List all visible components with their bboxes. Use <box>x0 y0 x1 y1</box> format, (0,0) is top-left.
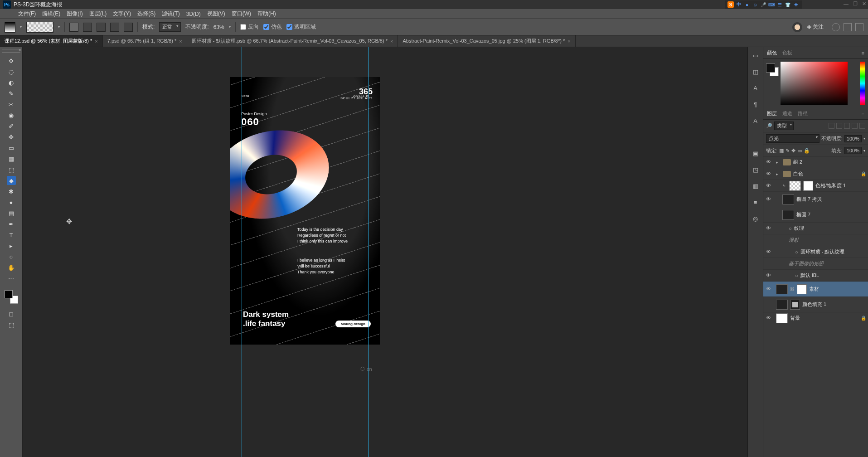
guide-vertical[interactable] <box>369 47 369 457</box>
layer-row[interactable]: 👁⛓素材 <box>763 282 868 297</box>
filter-type-icon[interactable] <box>844 123 850 129</box>
mode-dropdown[interactable]: 正常 <box>159 22 181 32</box>
healing-tool[interactable]: ✐ <box>7 122 16 131</box>
close-icon[interactable]: × <box>95 39 97 44</box>
dither-checkbox[interactable] <box>263 24 269 30</box>
gradient-diamond-icon[interactable] <box>124 23 133 32</box>
layer-name[interactable]: 圆环材质 - 默认纹理 <box>800 248 845 255</box>
toolbox-handle[interactable] <box>2 49 20 53</box>
tab-layers[interactable]: 图层 <box>767 110 777 117</box>
tab-paths[interactable]: 路径 <box>798 110 808 117</box>
stamp-tool[interactable]: ▭ <box>7 143 16 152</box>
mini-icon-2[interactable]: A <box>751 83 760 92</box>
doc-tab-1[interactable]: 7.psd @ 66.7% (组 1, RGB/8) *× <box>103 35 187 47</box>
layer-name[interactable]: 椭圆 7 拷贝 <box>796 196 822 203</box>
menu-edit[interactable]: 编辑(E) <box>42 10 60 18</box>
reverse-checkbox[interactable] <box>240 24 246 30</box>
mini-icon-8[interactable]: ≡ <box>751 198 760 207</box>
ind-7[interactable]: ✚ <box>793 1 799 8</box>
layer-row[interactable]: 👁○纹理 <box>763 223 868 234</box>
ind-5[interactable]: ☰ <box>776 1 783 8</box>
opacity-value[interactable]: 63% <box>213 24 224 30</box>
doc-tab-2[interactable]: 圆环材质 - 默认纹理.psb @ 66.7% (Abstract-Paint-… <box>187 35 398 47</box>
zoom-tool[interactable]: ✋ <box>7 263 16 272</box>
lock-icon[interactable]: 🔒 <box>861 171 866 176</box>
screen-mode-icon[interactable]: ⬚ <box>7 320 16 329</box>
gradient-angle-icon[interactable] <box>97 23 106 32</box>
dodge-tool[interactable]: ● <box>7 198 16 207</box>
layer-row[interactable]: 👁⤷色相/饱和度 1 <box>763 180 868 192</box>
visibility-toggle[interactable]: 👁 <box>765 249 771 255</box>
path-select-tool[interactable]: T <box>7 230 16 239</box>
sogou-icon[interactable]: S <box>727 1 734 8</box>
layer-mask-thumb[interactable] <box>797 284 807 294</box>
ind-6[interactable]: 👕 <box>785 1 791 8</box>
close-button[interactable]: ✕ <box>862 1 866 7</box>
filter-pixel-icon[interactable] <box>829 123 834 129</box>
gradient-preview[interactable] <box>26 22 53 33</box>
move-tool[interactable]: ✥ <box>7 56 16 65</box>
gradient-reflected-icon[interactable] <box>110 23 119 32</box>
visibility-toggle[interactable]: 👁 <box>765 315 771 321</box>
menu-type[interactable]: 文字(Y) <box>113 10 131 18</box>
fg-swatch[interactable] <box>766 63 775 73</box>
panel-menu-icon[interactable]: ≡ <box>862 50 864 56</box>
menu-window[interactable]: 窗口(W) <box>232 10 251 18</box>
layer-row[interactable]: 👁○默认 IBL <box>763 270 868 282</box>
blur-tool[interactable]: ✱ <box>7 187 16 196</box>
doc-tab-3[interactable]: Abstract-Paint-Remix_Vol-03_Cavazos_05.j… <box>398 35 575 47</box>
search-icon[interactable]: 🔎 <box>766 123 772 129</box>
ind-2[interactable]: ☺ <box>752 1 758 8</box>
hand-tool[interactable]: ○ <box>7 252 16 261</box>
type-tool[interactable]: ✒ <box>7 219 16 228</box>
ime-indicator-bar[interactable]: S 中 ● ☺ 🎤 ⌨ ☰ 👕 ✚ <box>725 0 802 9</box>
lock-icon[interactable]: 🔒 <box>861 316 866 321</box>
lock-all-icon[interactable]: 🔒 <box>804 148 810 154</box>
fg-color-swatch[interactable] <box>5 290 13 298</box>
ind-3[interactable]: 🎤 <box>760 1 766 8</box>
ind-0[interactable]: 中 <box>736 1 742 8</box>
search-icon[interactable] <box>832 23 840 31</box>
layer-row[interactable]: 👁背景🔒 <box>763 312 868 324</box>
marquee-tool[interactable]: ◌ <box>7 67 16 76</box>
minimize-button[interactable]: — <box>844 1 849 7</box>
layer-name[interactable]: 椭圆 7 <box>796 211 810 218</box>
menu-help[interactable]: 帮助(H) <box>257 10 276 18</box>
visibility-toggle[interactable]: 👁 <box>765 183 771 189</box>
mini-icon-3[interactable]: ¶ <box>751 100 760 109</box>
layer-name[interactable]: 色相/饱和度 1 <box>815 182 846 189</box>
mini-icon-7[interactable]: ▥ <box>751 181 760 190</box>
layer-mask-thumb[interactable] <box>803 181 813 191</box>
gradient-dropdown[interactable]: ▾ <box>58 25 60 29</box>
shape-tool[interactable]: ▸ <box>7 241 16 250</box>
layer-name[interactable]: 背景 <box>790 315 800 321</box>
maximize-button[interactable]: ❐ <box>853 1 858 7</box>
gradient-radial-icon[interactable] <box>83 23 92 32</box>
layer-row[interactable]: 👁椭圆 7 拷贝 <box>763 192 868 207</box>
visibility-toggle[interactable]: 👁 <box>765 225 771 232</box>
visibility-toggle[interactable] <box>765 212 771 218</box>
blend-mode-dropdown[interactable]: 点光 <box>766 134 820 143</box>
visibility-toggle[interactable]: 👁 <box>765 159 771 165</box>
doc-tab-0[interactable]: 课程12.psd @ 56% (素材, 图层蒙版/8) *× <box>0 35 103 47</box>
visibility-toggle[interactable]: 👁 <box>765 286 771 292</box>
visibility-toggle[interactable] <box>765 261 771 267</box>
mini-icon-6[interactable]: ◳ <box>751 165 760 174</box>
follow-button[interactable]: ✚关注 <box>807 23 824 31</box>
mini-icon-0[interactable]: ▭ <box>751 51 760 60</box>
disclosure-icon[interactable]: ▸ <box>776 172 781 176</box>
menu-3d[interactable]: 3D(D) <box>186 11 201 17</box>
pen-tool[interactable]: ▤ <box>7 209 16 218</box>
eraser-tool[interactable]: ⬚ <box>7 165 16 174</box>
ind-1[interactable]: ● <box>744 1 750 8</box>
layer-list[interactable]: 👁▸组 2👁▸白色🔒👁⤷色相/饱和度 1👁椭圆 7 拷贝椭圆 7👁○纹理漫射👁○… <box>763 156 868 457</box>
layer-row[interactable]: 漫射 <box>763 234 868 246</box>
layer-mask-thumb[interactable] <box>790 300 800 310</box>
history-brush-tool[interactable]: ▦ <box>7 154 16 163</box>
gradient-linear-icon[interactable] <box>69 23 78 32</box>
visibility-toggle[interactable] <box>765 301 771 308</box>
mini-icon-4[interactable]: A <box>751 116 760 125</box>
mini-icon-5[interactable]: ▣ <box>751 149 760 158</box>
layer-name[interactable]: 颜色填充 1 <box>802 301 826 308</box>
edit-toolbar[interactable]: ⋯ <box>7 274 16 283</box>
